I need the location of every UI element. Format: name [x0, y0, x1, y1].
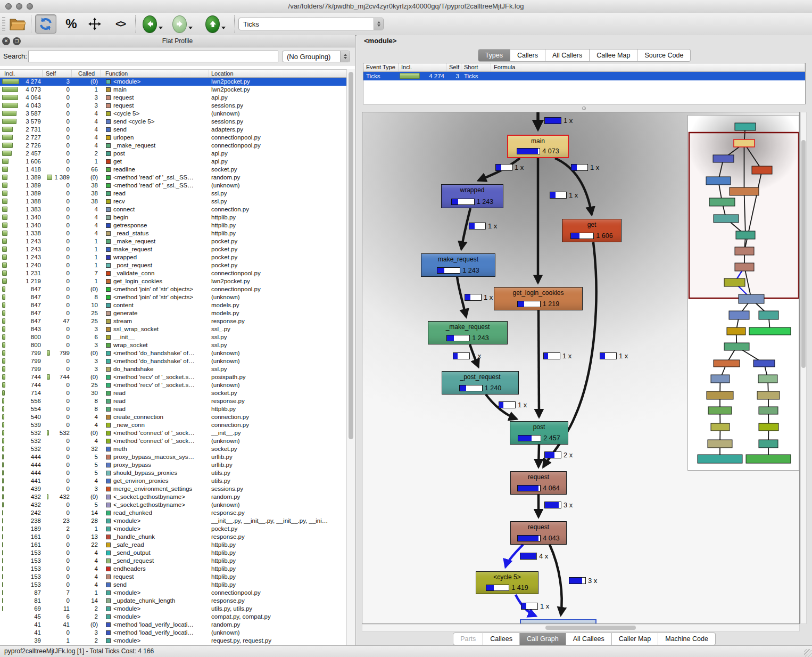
table-row[interactable]: 4103<method 'load_verify_locati…(unknown… [0, 629, 347, 637]
table-row[interactable]: 1 24301_make_requestpocket.py [0, 237, 347, 245]
table-row[interactable]: 1 24301wrappedpocket.py [0, 253, 347, 261]
table-row[interactable]: 43205<_socket.gethostbyname>(unknown) [0, 501, 347, 509]
horizontal-splitter[interactable] [357, 104, 812, 112]
tab-caller-map[interactable]: Caller Map [612, 633, 658, 645]
table-row[interactable]: 161013_handle_chunkresponse.py [0, 533, 347, 541]
forward-button[interactable] [172, 13, 193, 35]
table-row[interactable]: 714030readsocket.py [0, 389, 347, 397]
table-row[interactable]: 4 07301mainlwn2pocket.py [0, 86, 347, 94]
open-file-button[interactable] [7, 13, 28, 35]
back-button[interactable] [143, 13, 163, 35]
table-row[interactable]: 1 388038recvssl.py [0, 198, 347, 206]
graph-node-stub[interactable] [520, 619, 596, 624]
flat-profile-scrollbar[interactable] [346, 69, 355, 645]
tab-callee-map[interactable]: Callee Map [590, 49, 637, 62]
up-button[interactable] [205, 13, 226, 35]
column-header-self[interactable]: Self [43, 70, 72, 77]
table-row[interactable]: 4 2743(0)<module>lwn2pocket.py [0, 78, 347, 86]
resize-grip-icon[interactable] [804, 649, 811, 656]
grouping-select[interactable]: (No Grouping) [282, 51, 350, 62]
table-row[interactable]: 44405proxy_bypassurllib.py [0, 461, 347, 469]
table-row[interactable]: 54004create_connectionconnection.py [0, 413, 347, 421]
table-row[interactable]: 1 389038<method 'read' of '_ssl._SS…(unk… [0, 182, 347, 190]
table-row[interactable]: 2382328<module>__init__.py, __init__.py,… [0, 517, 347, 525]
table-row[interactable]: 69112<module>utils.py, utils.py [0, 605, 347, 613]
table-row[interactable]: 84708<method 'join' of 'str' objects>(un… [0, 293, 347, 301]
table-row[interactable]: 1 24301make_requestpocket.py [0, 245, 347, 253]
table-row[interactable]: 8474725streamresponse.py [0, 317, 347, 325]
scrollbar-thumb[interactable] [545, 626, 636, 630]
graph-node[interactable]: _post_request1 240 [442, 371, 519, 395]
event-type-row[interactable]: Ticks 4 274 3 Ticks [363, 72, 805, 80]
up-dropdown-caret[interactable] [221, 27, 226, 29]
table-row[interactable]: 161022_safe_readhttplib.py [0, 541, 347, 549]
table-row[interactable]: 55608readresponse.py [0, 397, 347, 405]
table-row[interactable]: 1 34004beginhttplib.py [0, 213, 347, 221]
table-row[interactable]: 4 04303requestsessions.py [0, 102, 347, 110]
table-row[interactable]: 2 45702postapi.py [0, 150, 347, 158]
table-row[interactable]: 1 21901get_login_cookieslwn2pocket.py [0, 277, 347, 285]
tab-parts[interactable]: Parts [453, 633, 483, 645]
refresh-button[interactable] [35, 13, 56, 35]
table-row[interactable]: 1 34004getresponsehttplib.py [0, 221, 347, 229]
graph-node[interactable]: get1 606 [562, 219, 622, 242]
column-header-incl[interactable]: Incl. [0, 70, 43, 77]
column-header-called[interactable]: Called [72, 70, 101, 77]
tab-all-callers[interactable]: All Callers [545, 49, 590, 62]
table-row[interactable]: 847010contentmodels.py [0, 301, 347, 309]
table-row[interactable]: 44405should_bypass_proxiesutils.py [0, 469, 347, 477]
table-row[interactable]: 744744(0)<method 'recv' of '_socket.s…po… [0, 373, 347, 381]
event-type-select[interactable]: Ticks [238, 18, 384, 30]
table-row[interactable]: 4 06403requestapi.py [0, 94, 347, 102]
table-row[interactable]: 532032methsocket.py [0, 445, 347, 453]
relative-cost-button[interactable] [84, 13, 105, 35]
percent-toggle-button[interactable]: % [61, 13, 82, 35]
graph-node[interactable]: request4 064 [510, 471, 567, 495]
column-header-self[interactable]: Self [446, 63, 461, 71]
column-header-formula[interactable]: Formula [491, 63, 805, 71]
tab-all-callees[interactable]: All Callees [566, 633, 612, 645]
table-row[interactable]: 2 72604_make_requestconnectionpool.py [0, 142, 347, 150]
table-row[interactable]: 55408readhttplib.py [0, 405, 347, 413]
column-header-function[interactable]: Function [101, 70, 209, 77]
table-row[interactable]: 1 38304connectconnection.py [0, 206, 347, 213]
table-row[interactable]: 15304_send_outputhttplib.py [0, 549, 347, 557]
graph-node[interactable]: post2 457 [510, 421, 568, 445]
column-header-short[interactable]: Short [461, 63, 491, 71]
graph-node[interactable]: get_login_cookies1 219 [494, 287, 583, 310]
table-row[interactable]: 80006__init__ssl.py [0, 333, 347, 341]
table-row[interactable]: 1 24001_post_requestpocket.py [0, 261, 347, 269]
tab-callers[interactable]: Callers [510, 49, 545, 62]
table-row[interactable]: 847025generatemodels.py [0, 309, 347, 317]
graph-node[interactable]: request4 043 [510, 521, 567, 545]
back-dropdown-caret[interactable] [159, 27, 163, 29]
table-row[interactable]: 15304requesthttplib.py [0, 573, 347, 581]
table-row[interactable]: 81014_update_chunk_lengthresponse.py [0, 597, 347, 605]
table-row[interactable]: 1 33804_read_statushttplib.py [0, 229, 347, 237]
tab-callees[interactable]: Callees [483, 633, 520, 645]
table-row[interactable]: 1 418066readlinesocket.py [0, 166, 347, 174]
table-row[interactable]: 744025<method 'recv' of '_socket.s…(unkn… [0, 381, 347, 389]
table-row[interactable]: 242014read_chunkedresponse.py [0, 509, 347, 517]
graph-node[interactable]: _make_request1 243 [428, 321, 508, 344]
table-row[interactable]: 53904_new_connconnection.py [0, 421, 347, 429]
graph-vertical-scrollbar[interactable] [800, 112, 807, 624]
table-row[interactable]: 15304sendhttplib.py [0, 581, 347, 589]
table-row[interactable]: 79903<method 'do_handshake' of…(unknown) [0, 357, 347, 365]
table-row[interactable]: 80003wrap_socketssl.py [0, 341, 347, 349]
table-row[interactable]: 1 3891 389(0)<method 'read' of '_ssl._SS… [0, 174, 347, 182]
search-input[interactable] [28, 51, 278, 62]
table-row[interactable]: 3 57904send <cycle 5>sessions.py [0, 118, 347, 126]
table-row[interactable]: 4141(0)<method 'load_verify_locati…rando… [0, 621, 347, 629]
column-header-incl[interactable]: Incl. [399, 63, 446, 71]
table-row[interactable]: 799799(0)<method 'do_handshake' of…(unkn… [0, 349, 347, 357]
tab-types[interactable]: Types [478, 49, 510, 62]
graph-node[interactable]: main4 073 [507, 135, 569, 158]
table-row[interactable]: 432432(0)<_socket.gethostbyname>random.p… [0, 493, 347, 501]
column-header-location[interactable]: Location [209, 70, 347, 77]
graph-horizontal-scrollbar[interactable] [362, 624, 800, 631]
shorten-templates-button[interactable]: <> [109, 13, 132, 35]
table-row[interactable]: 44405proxy_bypass_macosx_sys…urllib.py [0, 453, 347, 461]
call-graph-canvas[interactable]: main4 073wrapped1 243get1 606make_reques… [362, 112, 800, 624]
column-header-event-type[interactable]: Event Type [363, 63, 399, 71]
